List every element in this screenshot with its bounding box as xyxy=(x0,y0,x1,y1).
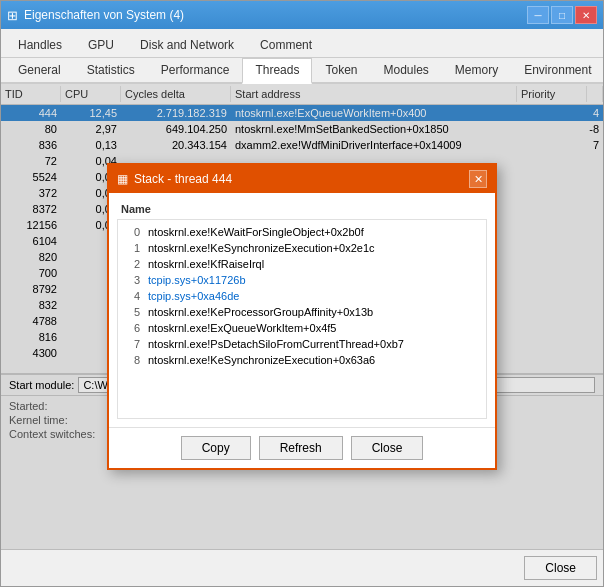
modal-title-bar: ▦ Stack - thread 444 ✕ xyxy=(109,165,495,193)
stack-index: 6 xyxy=(126,322,140,334)
stack-index: 2 xyxy=(126,258,140,270)
stack-entry: 7 ntoskrnl.exe!PsDetachSiloFromCurrentTh… xyxy=(122,336,482,352)
stack-entry: 8 ntoskrnl.exe!KeSynchronizeExecution+0x… xyxy=(122,352,482,368)
tab-statistics[interactable]: Statistics xyxy=(74,58,148,82)
stack-address: tcpip.sys+0xa46de xyxy=(148,290,239,302)
stack-entry: 5 ntoskrnl.exe!KeProcessorGroupAffinity+… xyxy=(122,304,482,320)
top-tab-row: Handles GPU Disk and Network Comment xyxy=(1,29,603,58)
title-bar: ⊞ Eigenschaften von System (4) ─ □ ✕ xyxy=(1,1,603,29)
tab-comment[interactable]: Comment xyxy=(247,33,325,57)
stack-address: ntoskrnl.exe!KeProcessorGroupAffinity+0x… xyxy=(148,306,373,318)
tab-performance[interactable]: Performance xyxy=(148,58,243,82)
maximize-button[interactable]: □ xyxy=(551,6,573,24)
tab-threads[interactable]: Threads xyxy=(242,58,312,84)
copy-button[interactable]: Copy xyxy=(181,436,251,460)
stack-index: 0 xyxy=(126,226,140,238)
tab-handles[interactable]: Handles xyxy=(5,33,75,57)
stack-entry: 4 tcpip.sys+0xa46de xyxy=(122,288,482,304)
window-icon: ⊞ xyxy=(7,8,18,23)
tab-gpu[interactable]: GPU xyxy=(75,33,127,57)
stack-address: ntoskrnl.exe!PsDetachSiloFromCurrentThre… xyxy=(148,338,404,350)
modal-overlay: ▦ Stack - thread 444 ✕ Name 0 ntoskrnl.e… xyxy=(1,84,603,549)
stack-address: ntoskrnl.exe!ExQueueWorkItem+0x4f5 xyxy=(148,322,336,334)
window-title: Eigenschaften von System (4) xyxy=(24,8,184,22)
tab-general[interactable]: General xyxy=(5,58,74,82)
stack-modal: ▦ Stack - thread 444 ✕ Name 0 ntoskrnl.e… xyxy=(107,163,497,470)
modal-title: ▦ Stack - thread 444 xyxy=(117,172,232,186)
stack-index: 5 xyxy=(126,306,140,318)
tab-token[interactable]: Token xyxy=(312,58,370,82)
tab-modules[interactable]: Modules xyxy=(370,58,441,82)
stack-index: 3 xyxy=(126,274,140,286)
modal-footer: Copy Refresh Close xyxy=(109,427,495,468)
stack-index: 4 xyxy=(126,290,140,302)
stack-entry: 0 ntoskrnl.exe!KeWaitForSingleObject+0x2… xyxy=(122,224,482,240)
stack-entry: 3 tcpip.sys+0x11726b xyxy=(122,272,482,288)
modal-icon: ▦ xyxy=(117,172,128,186)
tab-environment[interactable]: Environment xyxy=(511,58,604,82)
stack-list[interactable]: 0 ntoskrnl.exe!KeWaitForSingleObject+0x2… xyxy=(117,219,487,419)
stack-address: ntoskrnl.exe!KfRaiseIrql xyxy=(148,258,264,270)
stack-index: 8 xyxy=(126,354,140,366)
window-close-button[interactable]: ✕ xyxy=(575,6,597,24)
main-close-button[interactable]: Close xyxy=(524,556,597,580)
minimize-button[interactable]: ─ xyxy=(527,6,549,24)
stack-entry: 1 ntoskrnl.exe!KeSynchronizeExecution+0x… xyxy=(122,240,482,256)
stack-address: tcpip.sys+0x11726b xyxy=(148,274,246,286)
title-bar-controls: ─ □ ✕ xyxy=(527,6,597,24)
stack-address: ntoskrnl.exe!KeSynchronizeExecution+0x2e… xyxy=(148,242,375,254)
stack-address: ntoskrnl.exe!KeSynchronizeExecution+0x63… xyxy=(148,354,375,366)
tab-memory[interactable]: Memory xyxy=(442,58,511,82)
stack-entry: 6 ntoskrnl.exe!ExQueueWorkItem+0x4f5 xyxy=(122,320,482,336)
modal-title-text: Stack - thread 444 xyxy=(134,172,232,186)
stack-index: 7 xyxy=(126,338,140,350)
stack-address: ntoskrnl.exe!KeWaitForSingleObject+0x2b0… xyxy=(148,226,364,238)
stack-column-header: Name xyxy=(117,201,487,219)
stack-entry: 2 ntoskrnl.exe!KfRaiseIrql xyxy=(122,256,482,272)
modal-close-icon-button[interactable]: ✕ xyxy=(469,170,487,188)
title-bar-left: ⊞ Eigenschaften von System (4) xyxy=(7,8,184,23)
stack-index: 1 xyxy=(126,242,140,254)
content-area: TID CPU Cycles delta Start address Prior… xyxy=(1,84,603,549)
modal-content: Name 0 ntoskrnl.exe!KeWaitForSingleObjec… xyxy=(109,193,495,427)
bottom-tab-row: General Statistics Performance Threads T… xyxy=(1,58,603,84)
refresh-button[interactable]: Refresh xyxy=(259,436,343,460)
main-window: ⊞ Eigenschaften von System (4) ─ □ ✕ Han… xyxy=(0,0,604,587)
modal-close-button[interactable]: Close xyxy=(351,436,424,460)
main-footer: Close xyxy=(1,549,603,586)
tab-disk-and-network[interactable]: Disk and Network xyxy=(127,33,247,57)
